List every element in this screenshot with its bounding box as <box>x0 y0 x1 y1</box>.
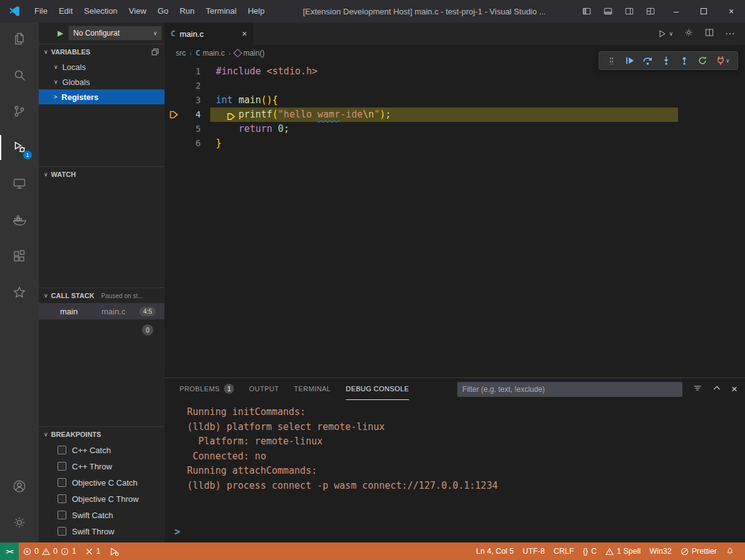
run-file-button[interactable]: ∨ <box>657 29 673 39</box>
step-out-button[interactable] <box>675 52 693 69</box>
call-stack-header[interactable]: ∨ CALL STACK Paused on st... <box>39 288 165 303</box>
activity-star[interactable] <box>0 276 39 309</box>
menu-view[interactable]: View <box>123 0 152 22</box>
menu-file[interactable]: File <box>29 0 53 22</box>
debug-console-output[interactable]: Running initCommands: (lldb) platform se… <box>165 400 745 542</box>
menu-help[interactable]: Help <box>242 0 270 22</box>
glyph-margin[interactable] <box>165 122 183 136</box>
breadcrumb-src[interactable]: src <box>176 49 186 58</box>
cursor-position[interactable]: Ln 4, Col 5 <box>472 547 518 556</box>
launch-config-dropdown[interactable]: No Configurat ∨ <box>68 26 162 41</box>
filter-input[interactable] <box>462 385 677 394</box>
notifications-button[interactable] <box>721 547 739 556</box>
toggle-panel-icon[interactable] <box>600 2 616 21</box>
tools-status[interactable]: 1 <box>81 542 105 560</box>
activity-search[interactable] <box>0 59 39 91</box>
menu-selection[interactable]: Selection <box>78 0 123 22</box>
close-tab-icon[interactable]: × <box>242 29 247 39</box>
breakpoint-cpp-throw[interactable]: C++ Throw <box>39 458 165 474</box>
filter-lines-button[interactable] <box>692 383 702 396</box>
start-debug-icon[interactable]: ▶ <box>58 29 63 38</box>
activity-remote-explorer[interactable] <box>0 168 39 200</box>
breadcrumb-file[interactable]: Cmain.c <box>196 49 225 58</box>
more-actions-button[interactable]: ··· <box>725 28 735 39</box>
breakpoint-swift-catch[interactable]: Swift Catch <box>39 507 165 523</box>
close-button[interactable]: × <box>717 0 745 22</box>
restart-button[interactable] <box>693 52 711 69</box>
code-editor[interactable]: 1#include <stdio.h>23int main(){4 printf… <box>165 61 745 378</box>
copy-icon[interactable] <box>151 48 160 56</box>
checkbox[interactable] <box>58 511 66 519</box>
glyph-margin[interactable] <box>165 79 183 93</box>
menu-run[interactable]: Run <box>174 0 200 22</box>
stack-frame-row[interactable]: main main.c 4:5 <box>39 303 165 319</box>
formatter-status[interactable]: Prettier <box>676 547 721 556</box>
split-editor-button[interactable] <box>704 28 714 40</box>
tab-main-c[interactable]: C main.c × <box>165 22 253 45</box>
encoding-status[interactable]: UTF-8 <box>519 547 549 556</box>
glyph-margin[interactable] <box>165 93 183 108</box>
remote-indicator[interactable]: >< <box>0 542 19 560</box>
checkbox[interactable] <box>58 446 66 454</box>
settings-gear-button[interactable] <box>684 28 694 40</box>
checkbox[interactable] <box>58 494 66 503</box>
breadcrumb-symbol[interactable]: main() <box>235 49 265 58</box>
glyph-margin[interactable] <box>165 136 183 151</box>
continue-button[interactable] <box>621 52 639 69</box>
activity-extensions[interactable] <box>0 240 39 272</box>
minimize-button[interactable]: – <box>662 0 690 22</box>
customize-layout-icon[interactable] <box>642 2 659 21</box>
eol-status[interactable]: CRLF <box>549 547 579 556</box>
checkbox[interactable] <box>58 462 66 471</box>
debug-status[interactable] <box>105 542 123 560</box>
step-over-button[interactable] <box>639 52 657 69</box>
activity-accounts[interactable] <box>0 470 39 502</box>
menu-go[interactable]: Go <box>152 0 174 22</box>
close-panel-button[interactable]: × <box>731 384 737 394</box>
code-line[interactable]: 2 <box>165 79 745 93</box>
chevron-down-icon[interactable]: ∨ <box>726 58 734 64</box>
variables-item-globals[interactable]: ∨ Globals <box>39 74 165 89</box>
activity-settings[interactable] <box>0 506 39 539</box>
activity-run-debug[interactable]: 1 <box>0 131 39 164</box>
tab-output[interactable]: OUTPUT <box>249 378 279 400</box>
code-line[interactable]: 6} <box>165 136 745 151</box>
watch-header[interactable]: ∨ WATCH <box>39 167 165 182</box>
language-mode[interactable]: {}C <box>579 547 601 556</box>
variables-item-locals[interactable]: ∨ Locals <box>39 59 165 74</box>
toolbar-drag-handle[interactable] <box>602 52 621 69</box>
toggle-sidebar-icon[interactable] <box>579 2 595 21</box>
menu-terminal[interactable]: Terminal <box>200 0 242 22</box>
problems-status[interactable]: 0 0 1 <box>19 542 81 560</box>
breakpoints-header[interactable]: ∨ BREAKPOINTS <box>39 427 165 442</box>
platform-status[interactable]: Win32 <box>645 547 676 556</box>
code-line[interactable]: 3int main(){ <box>165 93 745 108</box>
menu-edit[interactable]: Edit <box>53 0 78 22</box>
console-input-prompt[interactable]: > <box>175 525 180 540</box>
step-into-button[interactable] <box>657 52 675 69</box>
breakpoint-cpp-catch[interactable]: C++ Catch <box>39 442 165 458</box>
maximize-panel-button[interactable] <box>712 383 722 396</box>
toggle-secondary-sidebar-icon[interactable] <box>621 2 637 21</box>
chevron-right-icon: › <box>228 49 231 57</box>
glyph-margin[interactable] <box>165 64 183 79</box>
console-filter[interactable] <box>457 382 682 397</box>
tree-item-label: Registers <box>61 92 98 102</box>
activity-docker[interactable] <box>0 204 39 236</box>
maximize-button[interactable] <box>690 0 717 22</box>
code-line[interactable]: 4 printf("hello wamr-ide\n"); <box>165 108 745 122</box>
tab-debug-console[interactable]: DEBUG CONSOLE <box>346 378 409 400</box>
variables-header[interactable]: ∨ VARIABLES <box>39 44 165 59</box>
checkbox[interactable] <box>58 478 66 487</box>
breakpoint-objc-catch[interactable]: Objective C Catch <box>39 474 165 491</box>
activity-explorer[interactable] <box>0 22 39 55</box>
activity-source-control[interactable] <box>0 95 39 128</box>
checkbox[interactable] <box>58 527 66 536</box>
code-line[interactable]: 5 return 0; <box>165 122 745 136</box>
spell-checker-status[interactable]: 1 Spell <box>601 547 645 556</box>
tab-problems[interactable]: PROBLEMS1 <box>180 378 234 400</box>
variables-item-registers[interactable]: > Registers <box>39 89 165 104</box>
breakpoint-swift-throw[interactable]: Swift Throw <box>39 523 165 539</box>
tab-terminal[interactable]: TERMINAL <box>294 378 331 400</box>
breakpoint-objc-throw[interactable]: Objective C Throw <box>39 491 165 507</box>
